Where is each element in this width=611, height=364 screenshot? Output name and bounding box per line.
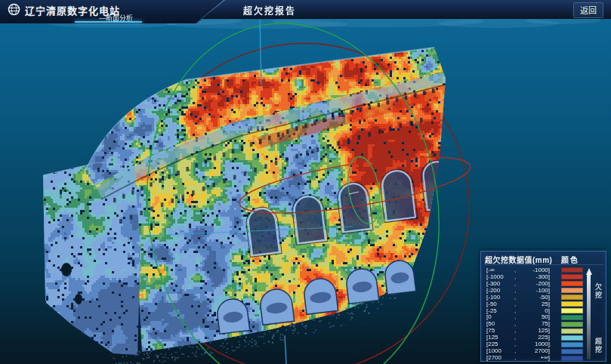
legend-rows: [-∞,-1000][-1000,-300][-300,-200][-200,-… xyxy=(486,267,559,361)
legend-color-column-header: 颜色 xyxy=(561,254,579,265)
page-title: 超欠挖报告 xyxy=(243,4,296,17)
legend-row: [-200,-100] xyxy=(486,288,559,294)
legend-swatch xyxy=(561,329,583,334)
legend-swatch xyxy=(561,308,583,313)
legend-swatches xyxy=(561,267,583,361)
over-excavation-label: 超挖 xyxy=(594,338,603,354)
back-button[interactable]: 返回 xyxy=(573,2,603,18)
legend-row: [-50,25] xyxy=(486,301,559,307)
legend-row: [-300,-200] xyxy=(486,281,559,287)
legend-swatch xyxy=(561,267,583,273)
legend-row: [225,1000] xyxy=(486,341,559,347)
legend-swatch xyxy=(561,288,583,293)
legend-row: [125,225] xyxy=(486,335,559,341)
legend-panel: 超欠挖数据值(mm) 颜色 [-∞,-1000][-1000,-300][-30… xyxy=(480,251,606,362)
legend-swatch xyxy=(561,356,583,361)
under-excavation-label: 欠挖 xyxy=(594,283,603,300)
legend-divider xyxy=(484,264,603,265)
legend-row: [-25,0] xyxy=(486,308,559,314)
tab-active-underline xyxy=(75,21,142,23)
legend-row: [-∞,-1000] xyxy=(486,267,559,273)
arrow-up-icon xyxy=(586,268,592,275)
legend-row: [75,125] xyxy=(486,328,559,334)
legend-swatch xyxy=(561,295,583,300)
legend-swatch xyxy=(561,342,583,347)
app-window: 辽宁清原数字化电站 —断面分析 超欠挖报告 返回 超欠挖数据值(mm) 颜色 [… xyxy=(0,0,611,364)
legend-row: [0,50] xyxy=(486,314,559,320)
legend-swatch xyxy=(561,281,583,286)
legend-row: [50,75] xyxy=(486,321,559,327)
legend-title: 超欠挖数据值(mm) xyxy=(485,254,552,265)
legend-gradient-arrow xyxy=(585,268,592,360)
arrow-shaft xyxy=(587,275,591,359)
legend-row: [-1000,-300] xyxy=(486,274,559,280)
legend-swatch xyxy=(561,322,583,327)
app-logo-icon xyxy=(8,3,20,16)
top-header: 辽宁清原数字化电站 —断面分析 超欠挖报告 返回 xyxy=(0,0,611,19)
legend-row: [2700,+∞] xyxy=(486,355,559,361)
legend-swatch xyxy=(561,349,583,354)
legend-swatch xyxy=(561,301,583,307)
legend-row: [-100,-50] xyxy=(486,295,559,301)
legend-swatch xyxy=(561,274,583,279)
legend-swatch xyxy=(561,315,583,320)
legend-swatch xyxy=(561,335,583,341)
legend-row: [1000,2700] xyxy=(486,348,559,354)
